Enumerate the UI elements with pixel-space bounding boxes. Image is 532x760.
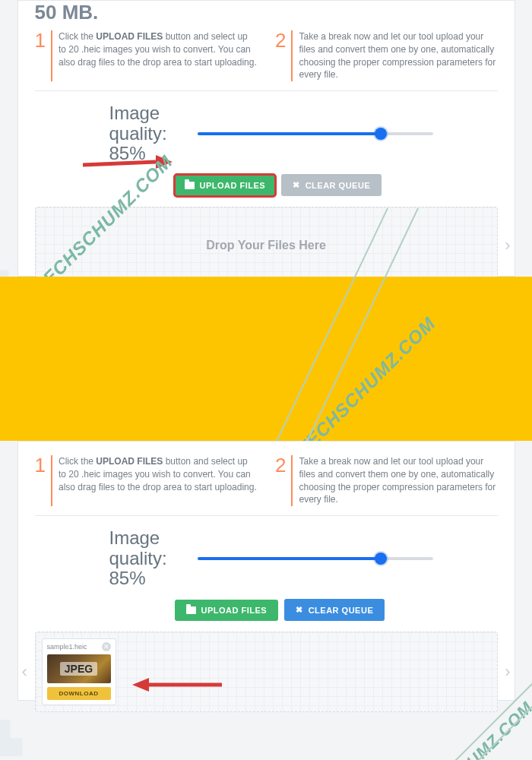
- quality-slider[interactable]: [198, 126, 433, 141]
- step-1-text: Click the UPLOAD FILES button and select…: [59, 30, 257, 81]
- close-icon: ✖: [296, 605, 303, 615]
- watermark: TECHSCHUMZ.COM: [293, 313, 440, 460]
- folder-icon: [185, 182, 195, 189]
- step-1-number: 1: [35, 30, 52, 81]
- drop-placeholder: Drop Your Files Here: [206, 239, 326, 252]
- quality-slider[interactable]: [198, 551, 433, 566]
- step-2: 2 Take a break now and let our tool uplo…: [275, 30, 498, 81]
- slider-handle[interactable]: [375, 128, 387, 140]
- slider-handle[interactable]: [375, 553, 387, 565]
- clear-queue-button[interactable]: ✖ CLEAR QUEUE: [281, 174, 382, 196]
- file-name: sample1.heic: [47, 643, 87, 651]
- decoration: ▙: [0, 720, 22, 755]
- quality-label: Image quality: 85%: [109, 528, 184, 588]
- step-2: 2 Take a break now and let our tool uplo…: [275, 455, 498, 506]
- step-2-number: 2: [275, 30, 293, 81]
- close-icon: ✖: [293, 180, 300, 190]
- step-1: 1 Click the UPLOAD FILES button and sele…: [35, 455, 258, 506]
- step-1: 1 Click the UPLOAD FILES button and sele…: [35, 30, 258, 81]
- headline-tail: 50 MB.: [18, 1, 515, 30]
- clear-queue-button[interactable]: ✖ CLEAR QUEUE: [284, 599, 385, 621]
- remove-file-button[interactable]: ✕: [102, 642, 111, 651]
- file-thumbnail: JPEG: [47, 654, 111, 683]
- divider: [35, 90, 498, 91]
- quality-row: Image quality: 85%: [18, 524, 515, 588]
- converter-card-top: 50 MB. 1 Click the UPLOAD FILES button a…: [17, 0, 515, 277]
- file-tile: sample1.heic ✕ JPEG DOWNLOAD: [42, 638, 116, 705]
- step-2-number: 2: [275, 455, 293, 506]
- chevron-right-icon[interactable]: ›: [505, 662, 510, 682]
- folder-icon: [186, 606, 196, 614]
- ad-band: TECHSCHUMZ.COM: [0, 277, 532, 441]
- download-button[interactable]: DOWNLOAD: [47, 687, 111, 700]
- step-1-number: 1: [35, 455, 52, 506]
- upload-files-button[interactable]: UPLOAD FILES: [175, 600, 279, 621]
- steps-row: 1 Click the UPLOAD FILES button and sele…: [18, 442, 515, 514]
- converter-card-bottom: 1 Click the UPLOAD FILES button and sele…: [17, 441, 515, 701]
- quality-row: Image quality: 85%: [18, 99, 515, 163]
- button-row: UPLOAD FILES ✖ CLEAR QUEUE: [18, 588, 515, 621]
- divider: [35, 515, 498, 516]
- step-2-text: Take a break now and let our tool upload…: [299, 455, 497, 506]
- step-2-text: Take a break now and let our tool upload…: [299, 30, 497, 81]
- quality-label: Image quality: 85%: [109, 103, 184, 163]
- format-badge: JPEG: [60, 662, 97, 676]
- steps-row: 1 Click the UPLOAD FILES button and sele…: [18, 30, 515, 89]
- drop-area[interactable]: Drop Your Files Here ›: [35, 207, 498, 284]
- upload-files-button[interactable]: UPLOAD FILES: [175, 175, 276, 196]
- button-row: UPLOAD FILES ✖ CLEAR QUEUE: [18, 163, 515, 196]
- step-1-text: Click the UPLOAD FILES button and select…: [59, 455, 257, 506]
- chevron-left-icon[interactable]: ‹: [22, 662, 27, 682]
- chevron-right-icon[interactable]: ›: [505, 236, 510, 255]
- drop-area[interactable]: ‹ › sample1.heic ✕ JPEG DOWNLOAD: [35, 632, 498, 712]
